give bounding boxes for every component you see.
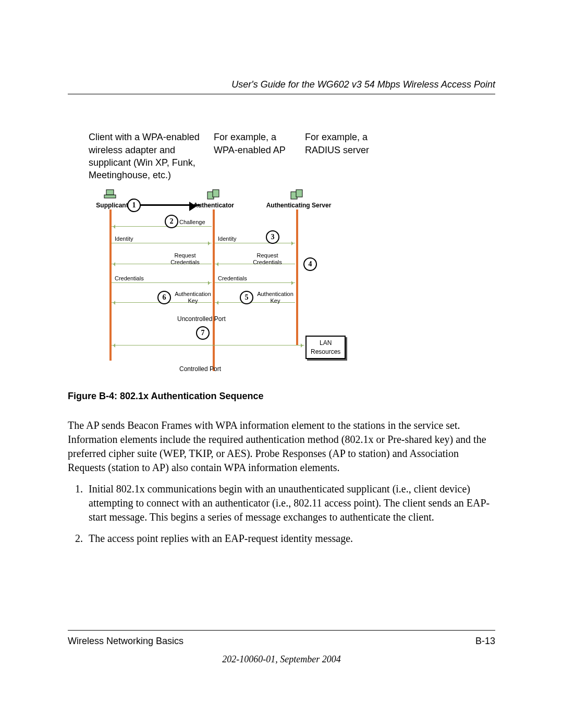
lifeline-authenticator bbox=[213, 209, 215, 371]
page: User's Guide for the WG602 v3 54 Mbps Wi… bbox=[0, 0, 563, 728]
lifeline-supplicant bbox=[109, 209, 112, 361]
label-ap: For example, a WPA-enabled AP bbox=[214, 131, 295, 181]
msg-authkey-r: Authentication Key bbox=[253, 291, 297, 303]
footer-section: Wireless Networking Basics bbox=[68, 635, 183, 647]
server-icon bbox=[290, 189, 304, 200]
node-label-server: Authenticating Server bbox=[265, 201, 333, 209]
label-controlled-port: Controlled Port bbox=[179, 366, 221, 373]
msg-authkey-l: Authentication Key bbox=[171, 291, 215, 303]
figure-caption: Figure B-4: 802.1x Authentication Sequen… bbox=[68, 390, 495, 402]
footer-docid: 202-10060-01, September 2004 bbox=[68, 653, 495, 665]
label-server: For example, a RADIUS server bbox=[305, 131, 394, 181]
lifeline-server bbox=[296, 209, 298, 345]
arrow-cred-r bbox=[215, 282, 295, 283]
auth-sequence-diagram: Supplicant Authenticator Authenticating … bbox=[99, 189, 344, 376]
lan-resources-box: LAN Resources bbox=[305, 336, 346, 359]
msg-cred-l: Credentials bbox=[115, 275, 144, 281]
msg-challenge: Challenge bbox=[179, 219, 205, 225]
arrow-cred-l bbox=[112, 282, 212, 283]
step-4: 4 bbox=[303, 257, 317, 271]
svg-rect-1 bbox=[104, 195, 116, 198]
arrow-identity-r bbox=[215, 243, 295, 243]
msg-identity-l: Identity bbox=[115, 236, 133, 242]
arrow-eap-start bbox=[132, 204, 200, 206]
page-footer: Wireless Networking Basics B-13 202-1006… bbox=[68, 630, 495, 665]
arrow-challenge bbox=[112, 226, 212, 227]
svg-rect-3 bbox=[213, 190, 219, 197]
msg-identity-r: Identity bbox=[218, 236, 236, 242]
footer-page-number: B-13 bbox=[475, 635, 495, 647]
step-1: 1 bbox=[127, 199, 141, 212]
msg-reqcred-l: Request Credentials bbox=[167, 252, 203, 265]
label-client: Client with a WPA-enabled wireless adapt… bbox=[89, 131, 203, 181]
node-label-supplicant: Supplicant bbox=[94, 201, 130, 209]
diagram-column-labels: Client with a WPA-enabled wireless adapt… bbox=[89, 131, 495, 181]
step-item-2: The access point replies with an EAP-req… bbox=[85, 532, 495, 546]
footer-rule bbox=[68, 630, 495, 631]
intro-paragraph: The AP sends Beacon Frames with WPA info… bbox=[68, 418, 495, 475]
msg-reqcred-r: Request Credentials bbox=[249, 252, 286, 265]
step-item-1: Initial 802.1x communications begin with… bbox=[85, 482, 495, 524]
svg-rect-5 bbox=[296, 190, 302, 197]
ordered-steps: Initial 802.1x communications begin with… bbox=[68, 482, 495, 546]
arrow-identity-l bbox=[112, 243, 212, 243]
msg-cred-r: Credentials bbox=[218, 275, 247, 281]
svg-rect-0 bbox=[106, 190, 114, 195]
laptop-icon bbox=[103, 189, 118, 200]
label-uncontrolled-port: Uncontrolled Port bbox=[177, 316, 226, 323]
access-point-icon bbox=[206, 189, 221, 200]
running-header: User's Guide for the WG602 v3 54 Mbps Wi… bbox=[68, 78, 495, 94]
arrow-lan-access bbox=[112, 345, 304, 346]
step-7: 7 bbox=[196, 326, 210, 340]
step-3: 3 bbox=[266, 230, 279, 244]
